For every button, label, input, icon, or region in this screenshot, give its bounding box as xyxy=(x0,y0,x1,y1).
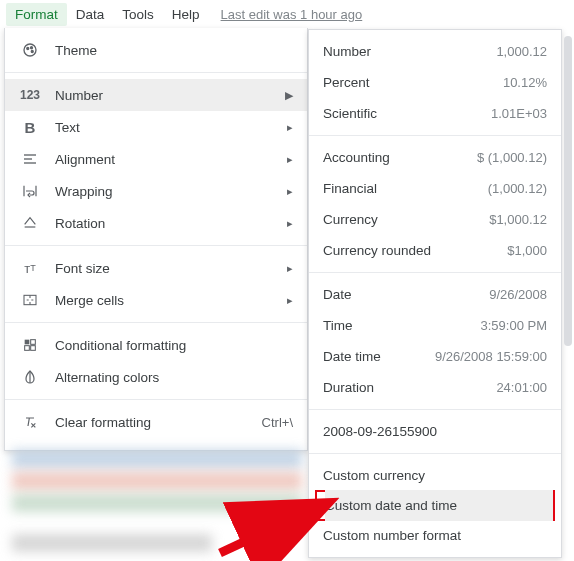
submenu-arrow-icon: ▸ xyxy=(287,153,293,166)
conditional-formatting-icon xyxy=(19,335,41,355)
number-submenu: Number 1,000.12 Percent 10.12% Scientifi… xyxy=(308,29,562,558)
submenu-item-example: 1.01E+03 xyxy=(491,106,547,121)
submenu-item-label: Time xyxy=(323,318,353,333)
blurred-content xyxy=(12,494,302,512)
separator xyxy=(309,272,561,273)
separator xyxy=(5,399,307,400)
submenu-item-label: Date time xyxy=(323,349,381,364)
submenu-arrow-icon: ▸ xyxy=(287,185,293,198)
svg-rect-16 xyxy=(31,346,36,351)
menu-item-text[interactable]: B Text ▸ xyxy=(5,111,307,143)
submenu-item-date[interactable]: Date 9/26/2008 xyxy=(309,279,561,310)
menu-item-label: Alternating colors xyxy=(55,370,293,385)
merge-cells-icon xyxy=(19,290,41,310)
svg-point-0 xyxy=(24,44,36,56)
submenu-item-example: 9/26/2008 xyxy=(489,287,547,302)
menu-item-label: Wrapping xyxy=(55,184,287,199)
submenu-arrow-icon: ▸ xyxy=(287,294,293,307)
alternating-colors-icon xyxy=(19,367,41,387)
separator xyxy=(309,453,561,454)
menu-help[interactable]: Help xyxy=(163,3,209,26)
submenu-item-financial[interactable]: Financial (1,000.12) xyxy=(309,173,561,204)
menu-item-rotation[interactable]: Rotation ▸ xyxy=(5,207,307,239)
menu-item-clear-formatting[interactable]: Clear formatting Ctrl+\ xyxy=(5,406,307,438)
svg-point-1 xyxy=(27,48,29,50)
submenu-item-label: 2008-09-26155900 xyxy=(323,424,437,439)
menu-item-label: Theme xyxy=(55,43,293,58)
submenu-item-accounting[interactable]: Accounting $ (1,000.12) xyxy=(309,142,561,173)
submenu-item-number[interactable]: Number 1,000.12 xyxy=(309,36,561,67)
scrollbar[interactable] xyxy=(564,36,572,346)
submenu-item-time[interactable]: Time 3:59:00 PM xyxy=(309,310,561,341)
submenu-item-percent[interactable]: Percent 10.12% xyxy=(309,67,561,98)
submenu-item-label: Currency rounded xyxy=(323,243,431,258)
menu-tools[interactable]: Tools xyxy=(113,3,163,26)
submenu-item-label: Custom number format xyxy=(323,528,461,543)
submenu-item-example: (1,000.12) xyxy=(488,181,547,196)
blurred-content xyxy=(12,534,212,552)
submenu-item-example: $1,000.12 xyxy=(489,212,547,227)
theme-icon xyxy=(19,40,41,60)
menu-item-number[interactable]: 123 Number ▶ xyxy=(5,79,307,111)
submenu-arrow-icon: ▸ xyxy=(287,217,293,230)
submenu-item-label: Custom date and time xyxy=(325,498,457,513)
menu-format[interactable]: Format xyxy=(6,3,67,26)
separator xyxy=(309,135,561,136)
submenu-item-example: 1,000.12 xyxy=(496,44,547,59)
menu-data[interactable]: Data xyxy=(67,3,114,26)
number-icon: 123 xyxy=(19,85,41,105)
menu-item-label: Clear formatting xyxy=(55,415,262,430)
separator xyxy=(5,245,307,246)
separator xyxy=(5,72,307,73)
font-size-icon: тT xyxy=(19,258,41,278)
menu-item-merge-cells[interactable]: Merge cells ▸ xyxy=(5,284,307,316)
submenu-item-example: 24:01:00 xyxy=(496,380,547,395)
submenu-item-duration[interactable]: Duration 24:01:00 xyxy=(309,372,561,403)
blurred-content xyxy=(12,450,302,468)
submenu-item-example: 3:59:00 PM xyxy=(481,318,548,333)
submenu-item-label: Number xyxy=(323,44,371,59)
menu-item-theme[interactable]: Theme xyxy=(5,34,307,66)
menu-item-conditional-formatting[interactable]: Conditional formatting xyxy=(5,329,307,361)
submenu-item-example: $ (1,000.12) xyxy=(477,150,547,165)
submenu-item-label: Date xyxy=(323,287,352,302)
submenu-arrow-icon: ▸ xyxy=(287,121,293,134)
separator xyxy=(5,322,307,323)
svg-rect-15 xyxy=(25,346,30,351)
blurred-content xyxy=(12,472,302,490)
submenu-item-custom-currency[interactable]: Custom currency xyxy=(309,460,561,491)
menu-item-alternating-colors[interactable]: Alternating colors xyxy=(5,361,307,393)
submenu-item-custom-datetime[interactable]: Custom date and time xyxy=(325,490,553,521)
submenu-item-datetime[interactable]: Date time 9/26/2008 15:59:00 xyxy=(309,341,561,372)
submenu-item-currency-rounded[interactable]: Currency rounded $1,000 xyxy=(309,235,561,266)
menu-item-label: Rotation xyxy=(55,216,287,231)
menu-item-label: Number xyxy=(55,88,285,103)
submenu-arrow-icon: ▸ xyxy=(287,262,293,275)
svg-rect-14 xyxy=(31,340,36,345)
submenu-item-scientific[interactable]: Scientific 1.01E+03 xyxy=(309,98,561,129)
menu-item-alignment[interactable]: Alignment ▸ xyxy=(5,143,307,175)
submenu-item-currency[interactable]: Currency $1,000.12 xyxy=(309,204,561,235)
wrapping-icon xyxy=(19,181,41,201)
format-dropdown: Theme 123 Number ▶ B Text ▸ Alignment ▸ … xyxy=(4,28,308,451)
menu-item-font-size[interactable]: тT Font size ▸ xyxy=(5,252,307,284)
svg-rect-13 xyxy=(25,340,30,345)
submenu-item-label: Currency xyxy=(323,212,378,227)
svg-point-2 xyxy=(31,47,33,49)
shortcut-label: Ctrl+\ xyxy=(262,415,293,430)
submenu-item-label: Financial xyxy=(323,181,377,196)
last-edit-link[interactable]: Last edit was 1 hour ago xyxy=(221,7,363,22)
menu-item-wrapping[interactable]: Wrapping ▸ xyxy=(5,175,307,207)
submenu-item-iso[interactable]: 2008-09-26155900 xyxy=(309,416,561,447)
svg-line-19 xyxy=(220,509,315,553)
submenu-item-label: Percent xyxy=(323,75,370,90)
submenu-item-label: Accounting xyxy=(323,150,390,165)
submenu-item-custom-number[interactable]: Custom number format xyxy=(309,520,561,551)
submenu-item-label: Duration xyxy=(323,380,374,395)
submenu-item-example: $1,000 xyxy=(507,243,547,258)
menubar: Format Data Tools Help Last edit was 1 h… xyxy=(0,0,574,28)
menu-item-label: Font size xyxy=(55,261,287,276)
submenu-item-example: 9/26/2008 15:59:00 xyxy=(435,349,547,364)
bold-icon: B xyxy=(19,117,41,137)
rotation-icon xyxy=(19,213,41,233)
